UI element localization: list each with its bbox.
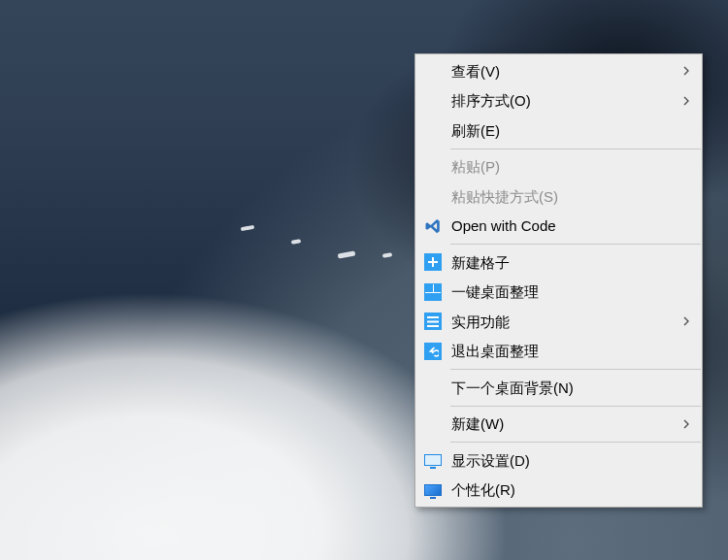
undo-icon (422, 341, 444, 362)
menu-label: 退出桌面整理 (451, 344, 677, 358)
empty-icon (422, 185, 444, 207)
plus-icon (422, 251, 444, 273)
menu-item-new-grid[interactable]: 新建格子 (415, 247, 702, 278)
chevron-right-icon (677, 66, 696, 76)
menu-item-paste-shortcut: 粘贴快捷方式(S) (415, 181, 702, 212)
menu-label: 实用功能 (451, 314, 677, 329)
empty-icon (422, 377, 444, 398)
chevron-right-icon (677, 96, 696, 106)
menu-label: 新建格子 (451, 255, 677, 270)
menu-item-exit-organize[interactable]: 退出桌面整理 (415, 337, 702, 367)
chevron-right-icon (677, 316, 696, 326)
empty-icon (422, 413, 444, 435)
menu-item-view[interactable]: 查看(V) (415, 56, 702, 86)
menu-label: 查看(V) (451, 64, 677, 79)
desktop-context-menu: 查看(V) 排序方式(O) 刷新(E) 粘贴(P) 粘贴快捷方式(S) (414, 53, 703, 508)
menu-separator (450, 244, 701, 245)
menu-item-display-settings[interactable]: 显示设置(D) (415, 445, 702, 476)
menu-item-paste: 粘贴(P) (415, 152, 702, 182)
menu-label: 粘贴快捷方式(S) (451, 189, 677, 204)
empty-icon (422, 90, 444, 112)
grid-icon (422, 281, 444, 303)
menu-item-new[interactable]: 新建(W) (415, 410, 702, 440)
chevron-right-icon (677, 419, 696, 429)
monitor-icon (422, 449, 444, 471)
menu-label: 一键桌面整理 (451, 284, 677, 299)
menu-item-utilities[interactable]: 实用功能 (415, 307, 702, 337)
menu-label: 个性化(R) (451, 482, 677, 497)
menu-label: 下一个桌面背景(N) (451, 380, 677, 395)
menu-separator (450, 406, 701, 407)
menu-item-personalize[interactable]: 个性化(R) (415, 476, 702, 506)
empty-icon (422, 119, 444, 141)
menu-item-open-with-code[interactable]: Open with Code (415, 212, 702, 242)
vscode-icon (422, 215, 444, 237)
list-icon (422, 311, 444, 332)
menu-item-sort[interactable]: 排序方式(O) (415, 86, 702, 116)
empty-icon (422, 60, 444, 82)
menu-item-next-wallpaper[interactable]: 下一个桌面背景(N) (415, 373, 702, 403)
desktop-background[interactable]: 查看(V) 排序方式(O) 刷新(E) 粘贴(P) 粘贴快捷方式(S) (0, 0, 728, 560)
empty-icon (422, 156, 444, 178)
menu-separator (450, 148, 701, 149)
personalize-icon (422, 479, 444, 501)
menu-label: 显示设置(D) (451, 453, 677, 468)
menu-label: 新建(W) (451, 416, 677, 431)
menu-item-refresh[interactable]: 刷新(E) (415, 115, 702, 146)
menu-separator (450, 442, 701, 443)
menu-label: Open with Code (451, 218, 677, 233)
menu-label: 排序方式(O) (451, 93, 677, 108)
menu-item-organize-desktop[interactable]: 一键桌面整理 (415, 278, 702, 308)
menu-separator (450, 369, 701, 370)
menu-label: 粘贴(P) (451, 159, 677, 174)
menu-label: 刷新(E) (451, 123, 677, 138)
